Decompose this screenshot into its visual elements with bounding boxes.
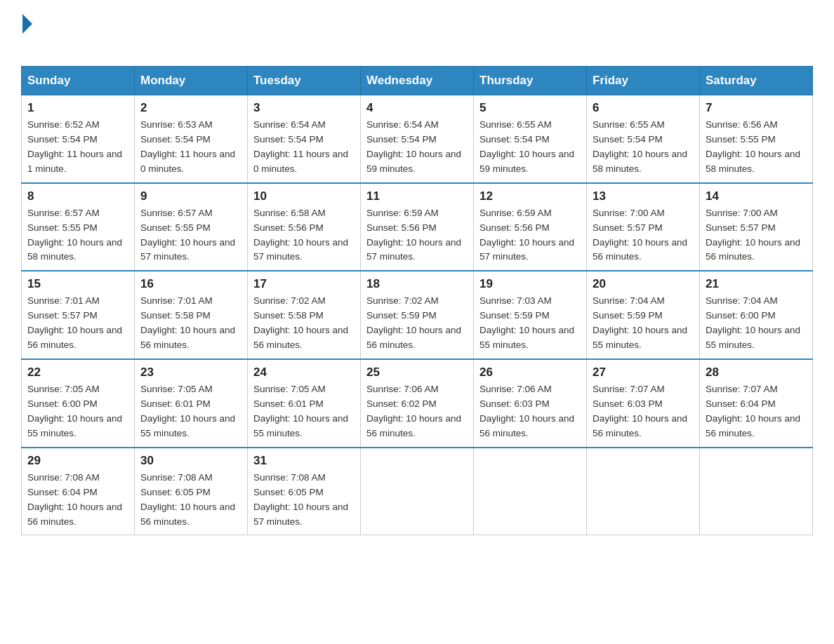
calendar-day-cell: 21 Sunrise: 7:04 AMSunset: 6:00 PMDaylig… bbox=[700, 271, 813, 359]
day-info: Sunrise: 6:59 AMSunset: 5:56 PMDaylight:… bbox=[366, 208, 461, 262]
calendar-week-row: 29 Sunrise: 7:08 AMSunset: 6:04 PMDaylig… bbox=[22, 448, 813, 535]
calendar-day-cell: 5 Sunrise: 6:55 AMSunset: 5:54 PMDayligh… bbox=[474, 95, 587, 183]
day-number: 14 bbox=[706, 189, 807, 203]
day-info: Sunrise: 7:03 AMSunset: 5:59 PMDaylight:… bbox=[479, 295, 574, 350]
day-number: 21 bbox=[706, 277, 807, 291]
day-number: 12 bbox=[479, 189, 581, 203]
calendar-day-cell: 25 Sunrise: 7:06 AMSunset: 6:02 PMDaylig… bbox=[361, 359, 474, 448]
calendar-day-cell: 14 Sunrise: 7:00 AMSunset: 5:57 PMDaylig… bbox=[700, 183, 813, 271]
day-info: Sunrise: 7:05 AMSunset: 6:01 PMDaylight:… bbox=[253, 384, 348, 438]
day-number: 1 bbox=[27, 101, 128, 115]
day-info: Sunrise: 7:07 AMSunset: 6:04 PMDaylight:… bbox=[706, 384, 800, 438]
day-info: Sunrise: 6:54 AMSunset: 5:54 PMDaylight:… bbox=[253, 119, 348, 174]
day-number: 20 bbox=[593, 277, 694, 291]
day-info: Sunrise: 7:05 AMSunset: 6:00 PMDaylight:… bbox=[27, 384, 122, 438]
weekday-header-cell: Monday bbox=[135, 67, 248, 95]
calendar-day-cell: 20 Sunrise: 7:04 AMSunset: 5:59 PMDaylig… bbox=[587, 271, 700, 359]
calendar-day-cell: 1 Sunrise: 6:52 AMSunset: 5:54 PMDayligh… bbox=[22, 95, 135, 183]
calendar-day-cell: 26 Sunrise: 7:06 AMSunset: 6:03 PMDaylig… bbox=[474, 359, 587, 448]
calendar-day-cell: 15 Sunrise: 7:01 AMSunset: 5:57 PMDaylig… bbox=[22, 271, 135, 359]
day-number: 2 bbox=[140, 101, 241, 115]
day-info: Sunrise: 6:57 AMSunset: 5:55 PMDaylight:… bbox=[140, 208, 235, 262]
calendar-day-cell: 12 Sunrise: 6:59 AMSunset: 5:56 PMDaylig… bbox=[474, 183, 587, 271]
calendar-table: SundayMondayTuesdayWednesdayThursdayFrid… bbox=[21, 66, 813, 535]
calendar-day-cell bbox=[474, 448, 587, 535]
calendar-day-cell: 19 Sunrise: 7:03 AMSunset: 5:59 PMDaylig… bbox=[474, 271, 587, 359]
calendar-day-cell bbox=[361, 448, 474, 535]
calendar-week-row: 1 Sunrise: 6:52 AMSunset: 5:54 PMDayligh… bbox=[22, 95, 813, 183]
calendar-day-cell bbox=[700, 448, 813, 535]
calendar-week-row: 22 Sunrise: 7:05 AMSunset: 6:00 PMDaylig… bbox=[22, 359, 813, 448]
weekday-header-cell: Sunday bbox=[22, 67, 135, 95]
calendar-day-cell: 24 Sunrise: 7:05 AMSunset: 6:01 PMDaylig… bbox=[248, 359, 361, 448]
calendar-day-cell: 11 Sunrise: 6:59 AMSunset: 5:56 PMDaylig… bbox=[361, 183, 474, 271]
calendar-day-cell: 7 Sunrise: 6:56 AMSunset: 5:55 PMDayligh… bbox=[700, 95, 813, 183]
day-number: 4 bbox=[366, 101, 468, 115]
day-info: Sunrise: 6:58 AMSunset: 5:56 PMDaylight:… bbox=[253, 208, 348, 262]
day-number: 7 bbox=[706, 101, 807, 115]
calendar-day-cell: 8 Sunrise: 6:57 AMSunset: 5:55 PMDayligh… bbox=[22, 183, 135, 271]
day-info: Sunrise: 6:54 AMSunset: 5:54 PMDaylight:… bbox=[366, 119, 461, 174]
calendar-day-cell: 28 Sunrise: 7:07 AMSunset: 6:04 PMDaylig… bbox=[700, 359, 813, 448]
day-number: 17 bbox=[253, 277, 355, 291]
day-number: 10 bbox=[253, 189, 355, 203]
day-number: 3 bbox=[253, 101, 355, 115]
day-info: Sunrise: 7:06 AMSunset: 6:02 PMDaylight:… bbox=[366, 384, 461, 438]
day-info: Sunrise: 7:04 AMSunset: 6:00 PMDaylight:… bbox=[706, 295, 800, 350]
day-number: 15 bbox=[27, 277, 128, 291]
calendar-day-cell: 18 Sunrise: 7:02 AMSunset: 5:59 PMDaylig… bbox=[361, 271, 474, 359]
day-number: 29 bbox=[27, 454, 128, 468]
day-info: Sunrise: 7:08 AMSunset: 6:05 PMDaylight:… bbox=[140, 472, 235, 527]
day-number: 27 bbox=[593, 365, 694, 380]
logo-arrow-icon bbox=[22, 14, 32, 34]
day-number: 22 bbox=[27, 365, 128, 380]
calendar-week-row: 8 Sunrise: 6:57 AMSunset: 5:55 PMDayligh… bbox=[22, 183, 813, 271]
day-number: 26 bbox=[479, 365, 581, 380]
day-info: Sunrise: 7:08 AMSunset: 6:04 PMDaylight:… bbox=[27, 472, 122, 527]
calendar-day-cell: 31 Sunrise: 7:08 AMSunset: 6:05 PMDaylig… bbox=[248, 448, 361, 535]
day-number: 5 bbox=[479, 101, 581, 115]
page-header bbox=[21, 14, 813, 52]
weekday-header-cell: Wednesday bbox=[361, 67, 474, 95]
day-number: 16 bbox=[140, 277, 241, 291]
weekday-header-cell: Friday bbox=[587, 67, 700, 95]
calendar-day-cell: 23 Sunrise: 7:05 AMSunset: 6:01 PMDaylig… bbox=[135, 359, 248, 448]
day-number: 28 bbox=[706, 365, 807, 380]
day-info: Sunrise: 6:56 AMSunset: 5:55 PMDaylight:… bbox=[706, 119, 800, 174]
day-info: Sunrise: 6:55 AMSunset: 5:54 PMDaylight:… bbox=[479, 119, 574, 174]
calendar-body: 1 Sunrise: 6:52 AMSunset: 5:54 PMDayligh… bbox=[22, 95, 813, 535]
day-info: Sunrise: 6:59 AMSunset: 5:56 PMDaylight:… bbox=[479, 208, 574, 262]
day-number: 23 bbox=[140, 365, 241, 380]
logo bbox=[21, 14, 34, 52]
calendar-day-cell: 30 Sunrise: 7:08 AMSunset: 6:05 PMDaylig… bbox=[135, 448, 248, 535]
calendar-day-cell: 13 Sunrise: 7:00 AMSunset: 5:57 PMDaylig… bbox=[587, 183, 700, 271]
day-info: Sunrise: 7:00 AMSunset: 5:57 PMDaylight:… bbox=[706, 208, 800, 262]
day-info: Sunrise: 7:02 AMSunset: 5:59 PMDaylight:… bbox=[366, 295, 461, 350]
calendar-day-cell: 29 Sunrise: 7:08 AMSunset: 6:04 PMDaylig… bbox=[22, 448, 135, 535]
day-number: 8 bbox=[27, 189, 128, 203]
weekday-header-cell: Thursday bbox=[474, 67, 587, 95]
day-info: Sunrise: 7:00 AMSunset: 5:57 PMDaylight:… bbox=[593, 208, 687, 262]
day-info: Sunrise: 6:57 AMSunset: 5:55 PMDaylight:… bbox=[27, 208, 122, 262]
day-info: Sunrise: 6:52 AMSunset: 5:54 PMDaylight:… bbox=[27, 119, 122, 174]
calendar-day-cell: 16 Sunrise: 7:01 AMSunset: 5:58 PMDaylig… bbox=[135, 271, 248, 359]
calendar-day-cell: 17 Sunrise: 7:02 AMSunset: 5:58 PMDaylig… bbox=[248, 271, 361, 359]
calendar-day-cell: 4 Sunrise: 6:54 AMSunset: 5:54 PMDayligh… bbox=[361, 95, 474, 183]
calendar-day-cell: 3 Sunrise: 6:54 AMSunset: 5:54 PMDayligh… bbox=[248, 95, 361, 183]
day-info: Sunrise: 7:05 AMSunset: 6:01 PMDaylight:… bbox=[140, 384, 235, 438]
calendar-day-cell bbox=[587, 448, 700, 535]
day-info: Sunrise: 7:01 AMSunset: 5:58 PMDaylight:… bbox=[140, 295, 235, 350]
calendar-day-cell: 27 Sunrise: 7:07 AMSunset: 6:03 PMDaylig… bbox=[587, 359, 700, 448]
calendar-day-cell: 6 Sunrise: 6:55 AMSunset: 5:54 PMDayligh… bbox=[587, 95, 700, 183]
calendar-day-cell: 22 Sunrise: 7:05 AMSunset: 6:00 PMDaylig… bbox=[22, 359, 135, 448]
day-info: Sunrise: 7:08 AMSunset: 6:05 PMDaylight:… bbox=[253, 472, 348, 527]
calendar-day-cell: 2 Sunrise: 6:53 AMSunset: 5:54 PMDayligh… bbox=[135, 95, 248, 183]
weekday-header-cell: Tuesday bbox=[248, 67, 361, 95]
day-number: 11 bbox=[366, 189, 468, 203]
weekday-header-cell: Saturday bbox=[700, 67, 813, 95]
calendar-day-cell: 9 Sunrise: 6:57 AMSunset: 5:55 PMDayligh… bbox=[135, 183, 248, 271]
day-number: 25 bbox=[366, 365, 468, 380]
day-number: 31 bbox=[253, 454, 355, 468]
day-number: 6 bbox=[593, 101, 694, 115]
day-info: Sunrise: 7:07 AMSunset: 6:03 PMDaylight:… bbox=[593, 384, 687, 438]
